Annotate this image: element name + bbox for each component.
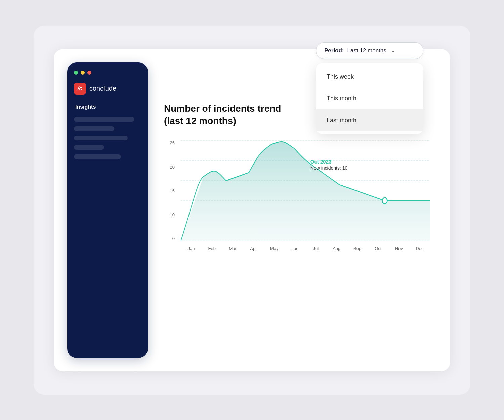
chart-area: Oct 2023 New incidents: 10 [181,140,430,241]
tooltip-month: Oct 2023 [310,159,348,165]
x-label-sep: Sep [347,246,368,251]
x-label-aug: Aug [326,246,347,251]
sidebar-item[interactable] [74,136,128,140]
x-label-jul: Jul [305,246,326,251]
dropdown-label: Period: [324,47,344,54]
y-label-10: 10 [170,212,175,217]
sidebar-item[interactable] [74,126,114,131]
y-label-15: 15 [170,188,175,193]
x-label-oct: Oct [368,246,388,251]
x-label-apr: Apr [243,246,264,251]
dropdown-option-this-week[interactable]: This week [316,66,423,88]
main-content: Period: Last 12 months ⌄ This week This … [148,49,450,371]
x-label-feb: Feb [202,246,222,251]
dropdown-current-value: Last 12 months [347,47,386,54]
x-label-jan: Jan [181,246,202,251]
dropdown-option-this-month[interactable]: This month [316,88,423,109]
x-label-mar: Mar [222,246,243,251]
period-dropdown-container: Period: Last 12 months ⌄ This week This … [316,42,423,134]
logo-icon: /c [74,83,86,95]
sidebar-menu [74,117,141,159]
dot-yellow [81,71,85,75]
chart-wrapper: 25 20 15 10 0 [164,140,430,254]
sidebar-label: Insights [74,104,96,110]
dot-red [87,71,91,75]
x-axis: Jan Feb Mar Apr May Jun Jul Aug Sep Oct … [181,242,430,254]
window-controls [74,71,91,75]
logo-text: conclude [89,85,116,92]
dot-green [74,71,78,75]
chart-data-point [382,198,387,204]
chart-tooltip: Oct 2023 New incidents: 10 [310,159,348,171]
sidebar-item[interactable] [74,154,121,159]
y-label-0: 0 [172,236,175,241]
x-label-dec: Dec [409,246,430,251]
sidebar-item[interactable] [74,145,104,150]
tooltip-incidents: New incidents: 10 [310,165,348,171]
inner-card: /c conclude Insights Period: Last 12 mon… [54,49,450,371]
x-label-may: May [264,246,285,251]
y-label-20: 20 [170,165,175,170]
y-axis: 25 20 15 10 0 [164,140,177,241]
chevron-down-icon: ⌄ [391,48,395,53]
y-label-25: 25 [170,140,175,145]
outer-card: /c conclude Insights Period: Last 12 mon… [34,26,470,395]
phone-sidebar: /c conclude Insights [67,62,148,358]
x-label-jun: Jun [285,246,305,251]
chart-svg [181,140,430,241]
dropdown-menu: This week This month Last month [316,63,423,134]
sidebar-item[interactable] [74,117,134,122]
dropdown-option-last-month[interactable]: Last month [316,109,423,131]
period-dropdown-trigger[interactable]: Period: Last 12 months ⌄ [316,42,423,59]
x-label-nov: Nov [388,246,409,251]
logo-row: /c conclude [74,83,116,95]
